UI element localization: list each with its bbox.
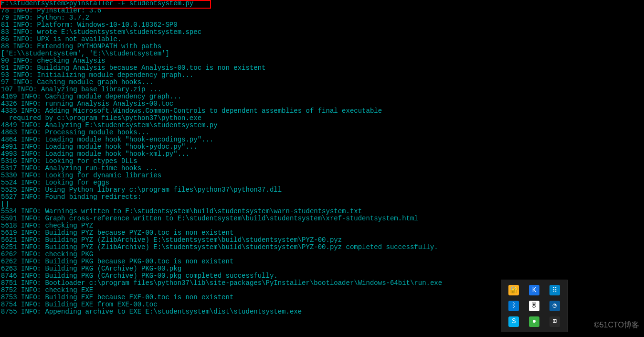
terminal-line: required by c:\program files\python37\py… bbox=[1, 115, 643, 122]
terminal-line: 5621 INFO: Building PYZ (ZlibArchive) E:… bbox=[1, 237, 643, 244]
terminal-line: 6262 INFO: Building PKG because PKG-00.t… bbox=[1, 258, 643, 265]
terminal-line: 79 INFO: Python: 3.7.2 bbox=[1, 14, 643, 22]
skype-icon[interactable]: S bbox=[508, 316, 519, 327]
terminal-line: 83 INFO: wrote E:\studentsystem\students… bbox=[1, 29, 643, 36]
system-tray-popup[interactable]: 🔐K⠿ᛒ⛨◔S●⊞ bbox=[501, 280, 568, 332]
terminal-line: 6262 INFO: checking PKG bbox=[1, 251, 643, 258]
terminal-line: 5618 INFO: checking PYZ bbox=[1, 222, 643, 229]
terminal-line: 81 INFO: Platform: Windows-10-10.0.18362… bbox=[1, 22, 643, 29]
wechat-icon[interactable]: ● bbox=[529, 316, 539, 327]
terminal-line: 6263 INFO: Building PKG (CArchive) PKG-0… bbox=[1, 265, 643, 272]
terminal-line: 88 INFO: Extending PYTHONPATH with paths bbox=[1, 43, 643, 50]
terminal-line: 5524 INFO: Looking for eggs bbox=[1, 179, 643, 186]
terminal-line: 91 INFO: Building Analysis because Analy… bbox=[1, 65, 643, 72]
terminal-line: 5525 INFO: Using Python library c:\progr… bbox=[1, 186, 643, 194]
terminal-line: 4326 INFO: running Analysis Analysis-00.… bbox=[1, 100, 643, 108]
terminal-line: ['E:\\studentsystem', 'E:\\studentsystem… bbox=[1, 50, 643, 57]
terminal-line: 8746 INFO: Building PKG (CArchive) PKG-0… bbox=[1, 272, 643, 280]
terminal-line: E:\studentsystem>pyinstaller -F students… bbox=[1, 0, 643, 7]
terminal-line: 86 INFO: UPX is not available. bbox=[1, 36, 643, 43]
terminal-line: 4864 INFO: Loading module hook "hook-enc… bbox=[1, 136, 643, 143]
terminal-line: 4849 INFO: Analyzing E:\studentsystem\st… bbox=[1, 122, 643, 129]
terminal-line: 107 INFO: Analyzing base_library.zip ... bbox=[1, 86, 643, 93]
k-app-icon[interactable]: K bbox=[529, 285, 539, 295]
terminal-line: [] bbox=[1, 201, 643, 208]
terminal-line: 5316 INFO: Looking for ctypes DLLs bbox=[1, 158, 643, 165]
terminal-line: 5591 INFO: Graph cross-reference written… bbox=[1, 215, 643, 222]
defender-icon[interactable]: ⛨ bbox=[529, 301, 539, 311]
terminal-line: 6251 INFO: Building PYZ (ZlibArchive) E:… bbox=[1, 244, 643, 251]
windows-icon[interactable]: ⊞ bbox=[549, 316, 560, 327]
terminal-line: 97 INFO: Caching module graph hooks... bbox=[1, 79, 643, 86]
security-icon[interactable]: 🔐 bbox=[508, 285, 519, 295]
terminal-line: 5317 INFO: Analyzing run-time hooks ... bbox=[1, 165, 643, 172]
terminal-line: 78 INFO: PyInstaller: 3.6 bbox=[1, 7, 643, 14]
terminal-line: 5330 INFO: Looking for dynamic libraries bbox=[1, 172, 643, 179]
terminal-line: 5619 INFO: Building PYZ because PYZ-00.t… bbox=[1, 229, 643, 237]
terminal-line: 5527 INFO: Found binding redirects: bbox=[1, 194, 643, 201]
terminal-line: 93 INFO: Initializing module dependency … bbox=[1, 72, 643, 79]
watermark: ©51CTO博客 bbox=[594, 321, 639, 328]
bluetooth-icon[interactable]: ᛒ bbox=[508, 301, 519, 311]
terminal-line: 4169 INFO: Caching module dependency gra… bbox=[1, 93, 643, 100]
terminal-output[interactable]: E:\studentsystem>pyinstaller -F students… bbox=[0, 0, 644, 315]
terminal-line: 4991 INFO: Loading module hook "hook-pyd… bbox=[1, 143, 643, 151]
terminal-line: 4863 INFO: Processing module hooks... bbox=[1, 129, 643, 136]
terminal-line: 4335 INFO: Adding Microsoft.Windows.Comm… bbox=[1, 108, 643, 115]
edge-icon[interactable]: ◔ bbox=[549, 301, 560, 311]
terminal-line: 4993 INFO: Loading module hook "hook-xml… bbox=[1, 151, 643, 158]
terminal-line: 5534 INFO: Warnings written to E:\studen… bbox=[1, 208, 643, 215]
grid-icon[interactable]: ⠿ bbox=[549, 285, 560, 295]
terminal-line: 90 INFO: checking Analysis bbox=[1, 57, 643, 65]
